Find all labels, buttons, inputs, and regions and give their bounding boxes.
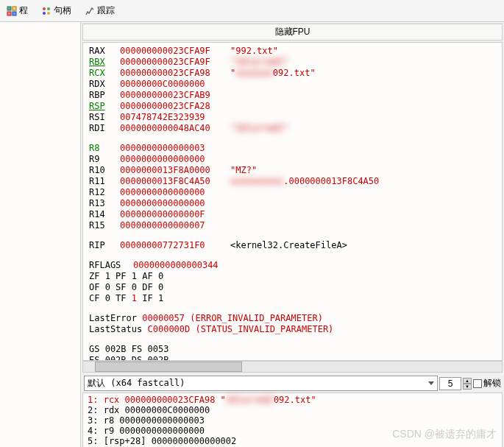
tab-process[interactable]: 程 <box>0 1 35 20</box>
tab-label: 程 <box>19 4 28 17</box>
svg-rect-1 <box>13 7 16 10</box>
hide-fpu-button[interactable]: 隐藏FPU <box>82 24 503 41</box>
handle-icon <box>41 6 52 16</box>
register-panel[interactable]: RAX000000000023CFA9F"992.txt" RBX0000000… <box>82 42 503 361</box>
left-panel <box>0 22 81 447</box>
unlock-checkbox[interactable] <box>473 379 482 388</box>
horizontal-scrollbar[interactable] <box>82 361 503 373</box>
tab-handle[interactable]: 句柄 <box>35 1 78 20</box>
process-icon <box>7 6 17 16</box>
svg-point-5 <box>47 7 50 10</box>
svg-rect-3 <box>13 12 16 15</box>
svg-point-7 <box>47 12 50 15</box>
calling-convention-dropdown[interactable]: 默认 (x64 fastcall) <box>84 376 438 391</box>
svg-rect-0 <box>7 7 11 10</box>
tab-trace[interactable]: 跟踪 <box>78 1 121 20</box>
svg-point-6 <box>43 12 46 15</box>
arg-count-input[interactable] <box>439 377 461 390</box>
spin-down-icon[interactable]: ▼ <box>463 384 472 390</box>
spin-up-icon[interactable]: ▲ <box>463 378 472 384</box>
svg-point-4 <box>43 7 46 10</box>
tab-label: 句柄 <box>54 4 71 17</box>
trace-icon <box>85 6 95 16</box>
scroll-thumb[interactable] <box>95 362 242 372</box>
unlock-label: 解锁 <box>483 377 501 390</box>
call-args-panel[interactable]: 1: rcx 000000000023CFA98 "[blurred]092.t… <box>82 393 503 447</box>
toolbar: 程 句柄 跟踪 <box>0 0 504 22</box>
chevron-down-icon <box>428 381 434 385</box>
tab-label: 跟踪 <box>97 4 115 17</box>
svg-rect-2 <box>7 12 11 15</box>
spinner-buttons[interactable]: ▲ ▼ <box>463 378 472 390</box>
